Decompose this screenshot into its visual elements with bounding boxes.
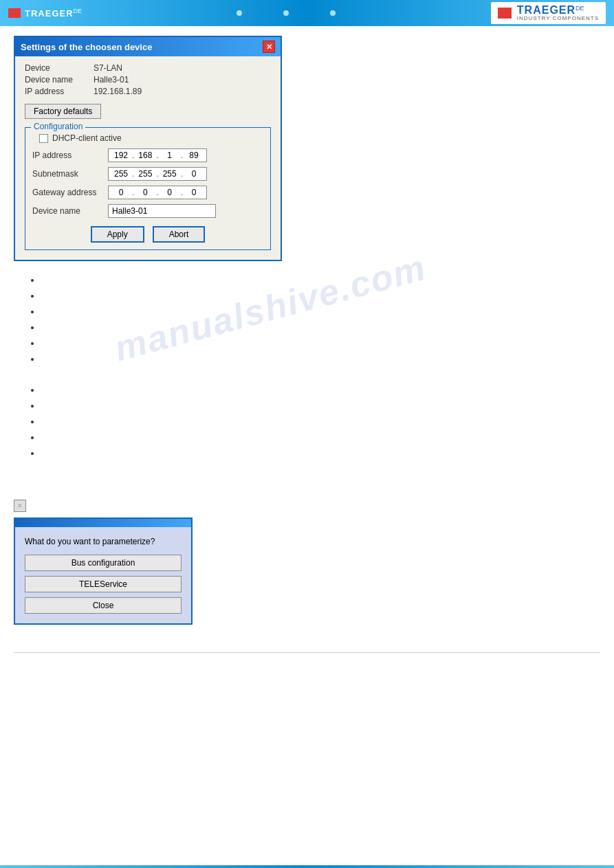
close-param-button[interactable]: Close: [25, 597, 182, 614]
top-header: TRAEGERDE TRAEGERDE INDUSTRY COMPONENTS: [0, 0, 614, 26]
bullet-list-1: [41, 275, 600, 364]
device-value: S7-LAN: [94, 63, 122, 73]
logo-right-sub: INDUSTRY COMPONENTS: [517, 16, 599, 21]
config-legend: Configuration: [31, 122, 85, 131]
bottom-bar: [0, 865, 614, 868]
logo-right-text-block: TRAEGERDE INDUSTRY COMPONENTS: [517, 5, 599, 21]
ip-dot-2: .: [155, 151, 160, 160]
bullet-item: [41, 275, 600, 285]
logo-left: TRAEGERDE: [8, 8, 82, 19]
gw-octet-2[interactable]: [135, 188, 155, 197]
gw-dot-1: .: [131, 188, 135, 197]
ip-dot-1: .: [131, 151, 135, 160]
bullet-item: [41, 307, 600, 317]
subnet-octet-2[interactable]: [135, 169, 155, 179]
bullet-item: [41, 416, 600, 427]
bullet-item: [41, 354, 600, 364]
tele-service-button[interactable]: TELEService: [25, 576, 182, 592]
settings-body: Device S7-LAN Device name Halle3-01 IP a…: [15, 56, 281, 260]
device-name-value: Halle3-01: [94, 75, 129, 85]
bullet-item: [41, 338, 600, 348]
gw-dot-2: .: [155, 188, 160, 197]
dhcp-label: DHCP-client active: [52, 133, 122, 143]
ip-address-value: 192.168.1.89: [94, 87, 142, 96]
broken-image-area: ✕: [14, 500, 600, 512]
settings-title: Settings of the choosen device: [21, 42, 152, 52]
logo-right: TRAEGERDE INDUSTRY COMPONENTS: [491, 2, 606, 24]
devname-field-row: Device name: [32, 204, 263, 218]
subnet-dot-3: .: [179, 169, 184, 179]
logo-left-text: TRAEGERDE: [25, 8, 82, 19]
gw-octet-3[interactable]: [160, 188, 179, 197]
broken-image-icon: ✕: [14, 500, 26, 512]
device-name-label: Device name: [25, 75, 94, 85]
settings-dialog: Settings of the choosen device ✕ Device …: [14, 36, 282, 261]
ip-address-label: IP address: [25, 87, 94, 96]
subnet-label: Subnetmask: [32, 169, 108, 179]
factory-defaults-button[interactable]: Factory defaults: [25, 104, 101, 119]
gw-dot-3: .: [179, 188, 184, 197]
logo-right-main: TRAEGERDE: [517, 5, 599, 16]
apply-button[interactable]: Apply: [91, 226, 144, 243]
device-name-row: Device name Halle3-01: [25, 75, 271, 85]
dhcp-checkbox[interactable]: [39, 134, 48, 143]
main-content: Settings of the choosen device ✕ Device …: [0, 26, 614, 676]
configuration-group: Configuration DHCP-client active IP addr…: [25, 127, 271, 250]
ip-address-row: IP address 192.168.1.89: [25, 87, 271, 96]
gateway-input-field: . . .: [108, 186, 207, 199]
param-body: What do you want to parameterize? Bus co…: [15, 527, 191, 623]
dhcp-row: DHCP-client active: [32, 133, 263, 143]
subnet-input-field: . . .: [108, 167, 207, 181]
device-label: Device: [25, 63, 94, 73]
gateway-field-row: Gateway address . . .: [32, 186, 263, 199]
dot-2: [283, 10, 289, 16]
dot-1: [237, 10, 242, 16]
gw-octet-4[interactable]: [184, 188, 204, 197]
bullet-item: [41, 448, 600, 458]
bullet-item: [41, 432, 600, 443]
gw-octet-1[interactable]: [111, 188, 131, 197]
subnet-octet-4[interactable]: [184, 169, 204, 179]
param-dialog: What do you want to parameterize? Bus co…: [14, 518, 193, 625]
ip-octet-3[interactable]: [160, 151, 179, 160]
ip-octet-4[interactable]: [184, 151, 204, 160]
ip-dot-3: .: [179, 151, 184, 160]
dialog-buttons: Apply Abort: [32, 226, 263, 243]
subnet-octet-3[interactable]: [160, 169, 179, 179]
gateway-label: Gateway address: [32, 188, 108, 197]
bottom-separator: [14, 652, 600, 653]
ip-field-label: IP address: [32, 151, 108, 160]
bullet-item: [41, 385, 600, 395]
subnet-dot-2: .: [155, 169, 160, 179]
devname-label: Device name: [32, 206, 108, 216]
ip-octet-1[interactable]: [111, 151, 131, 160]
bullet-item: [41, 401, 600, 411]
bus-config-button[interactable]: Bus configuration: [25, 555, 182, 571]
bullet-list-2: [41, 385, 600, 458]
subnet-dot-1: .: [131, 169, 135, 179]
param-titlebar: [15, 519, 191, 527]
logo-icon-left: [8, 8, 21, 18]
header-dots: [237, 10, 336, 16]
subnet-octet-1[interactable]: [111, 169, 131, 179]
bullet-item: [41, 291, 600, 301]
param-question: What do you want to parameterize?: [25, 537, 182, 546]
settings-titlebar: Settings of the choosen device ✕: [15, 37, 281, 56]
settings-close-button[interactable]: ✕: [263, 41, 275, 53]
ip-field-row: IP address . . .: [32, 148, 263, 162]
devname-input[interactable]: [108, 204, 216, 218]
subnet-field-row: Subnetmask . . .: [32, 167, 263, 181]
abort-button[interactable]: Abort: [153, 226, 206, 243]
bullet-item: [41, 322, 600, 333]
device-row: Device S7-LAN: [25, 63, 271, 73]
ip-octet-2[interactable]: [135, 151, 155, 160]
logo-icon-right: [498, 8, 512, 19]
dot-3: [330, 10, 336, 16]
ip-input-field: . . .: [108, 148, 207, 162]
